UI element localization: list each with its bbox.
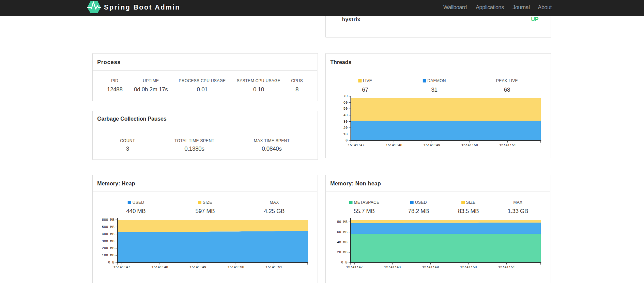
svg-text:15:41:48: 15:41:48: [386, 143, 402, 147]
svg-text:40: 40: [343, 113, 348, 117]
svg-text:60 MB: 60 MB: [337, 230, 348, 234]
svg-text:60: 60: [343, 101, 348, 105]
svg-text:15:41:49: 15:41:49: [189, 265, 206, 269]
svg-text:20: 20: [343, 126, 348, 130]
svg-text:100 MB: 100 MB: [102, 254, 114, 257]
svg-text:400 MB: 400 MB: [102, 232, 114, 236]
svg-text:20 MB: 20 MB: [337, 250, 348, 254]
svg-text:600 MB: 600 MB: [102, 218, 114, 222]
svg-text:15:41:49: 15:41:49: [422, 265, 439, 269]
svg-text:0: 0: [346, 139, 348, 142]
svg-text:10: 10: [343, 133, 348, 136]
svg-text:15:41:47: 15:41:47: [346, 265, 363, 269]
svg-text:15:41:51: 15:41:51: [499, 143, 516, 147]
svg-text:15:41:50: 15:41:50: [461, 143, 478, 147]
svg-text:300 MB: 300 MB: [102, 240, 114, 243]
svg-text:500 MB: 500 MB: [102, 225, 114, 229]
svg-text:15:41:49: 15:41:49: [424, 143, 440, 147]
svg-text:80 MB: 80 MB: [337, 220, 348, 224]
svg-text:40 MB: 40 MB: [337, 241, 348, 244]
svg-text:15:41:51: 15:41:51: [498, 265, 515, 269]
svg-text:15:41:50: 15:41:50: [460, 265, 477, 269]
svg-text:0 B: 0 B: [341, 261, 347, 264]
svg-text:15:41:47: 15:41:47: [113, 265, 130, 269]
svg-text:15:41:48: 15:41:48: [152, 265, 168, 269]
svg-text:70: 70: [343, 94, 348, 98]
svg-text:15:41:50: 15:41:50: [228, 265, 244, 269]
svg-text:0 B: 0 B: [108, 261, 114, 264]
svg-text:200 MB: 200 MB: [102, 246, 114, 250]
svg-text:15:41:48: 15:41:48: [384, 265, 401, 269]
svg-text:50: 50: [343, 107, 348, 111]
svg-text:15:41:51: 15:41:51: [265, 265, 282, 269]
svg-text:15:41:47: 15:41:47: [348, 143, 364, 147]
svg-text:30: 30: [343, 120, 348, 124]
